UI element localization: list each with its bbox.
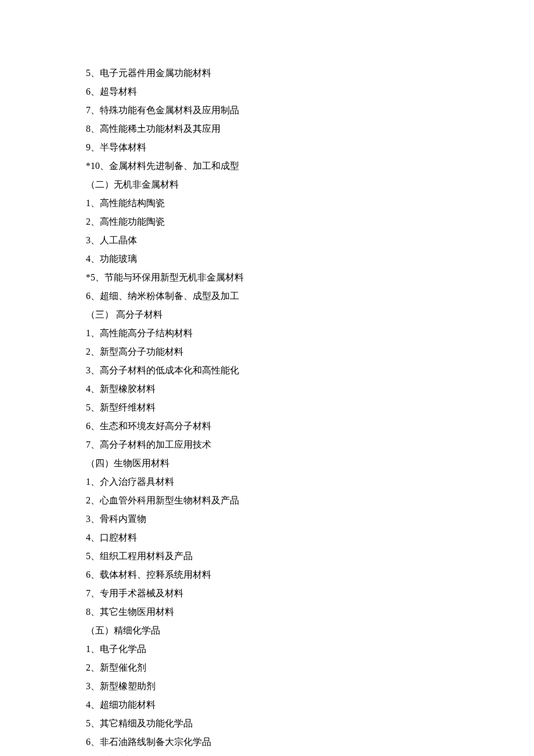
list-item: 5、电子元器件用金属功能材料 <box>86 64 464 82</box>
section-heading: （三） 高分子材料 <box>86 305 464 324</box>
list-item: 3、人工晶体 <box>86 231 464 250</box>
list-item: 4、超细功能材料 <box>86 696 464 714</box>
list-item: 6、超导材料 <box>86 82 464 101</box>
list-item: 2、心血管外科用新型生物材料及产品 <box>86 491 464 510</box>
list-item: 2、新型催化剂 <box>86 658 464 677</box>
list-item: 6、生态和环境友好高分子材料 <box>86 417 464 435</box>
list-item: 8、其它生物医用材料 <box>86 603 464 621</box>
list-item: 6、超细、纳米粉体制备、成型及加工 <box>86 287 464 305</box>
section-heading: （五）精细化学品 <box>86 621 464 640</box>
list-item: 7、特殊功能有色金属材料及应用制品 <box>86 101 464 120</box>
document-body: 5、电子元器件用金属功能材料 6、超导材料 7、特殊功能有色金属材料及应用制品 … <box>0 0 534 756</box>
list-item: 1、高性能高分子结构材料 <box>86 324 464 343</box>
section-heading: （二）无机非金属材料 <box>86 175 464 194</box>
list-item: 5、其它精细及功能化学品 <box>86 714 464 733</box>
list-item: 4、功能玻璃 <box>86 250 464 268</box>
list-item: 2、高性能功能陶瓷 <box>86 213 464 231</box>
section-heading: 四、光机电一体化 <box>86 751 464 756</box>
list-item: 1、电子化学品 <box>86 640 464 658</box>
list-item: 7、高分子材料的加工应用技术 <box>86 435 464 454</box>
list-item: 2、新型高分子功能材料 <box>86 343 464 361</box>
list-item: *5、节能与环保用新型无机非金属材料 <box>86 268 464 287</box>
list-item: 4、新型橡胶材料 <box>86 380 464 398</box>
list-item: 6、载体材料、控释系统用材料 <box>86 566 464 584</box>
list-item: 5、新型纤维材料 <box>86 398 464 417</box>
list-item: 3、高分子材料的低成本化和高性能化 <box>86 361 464 380</box>
list-item: 5、组织工程用材料及产品 <box>86 547 464 566</box>
list-item: 6、非石油路线制备大宗化学品 <box>86 733 464 751</box>
section-heading: （四）生物医用材料 <box>86 454 464 473</box>
list-item: 3、新型橡塑助剂 <box>86 677 464 696</box>
list-item: 1、介入治疗器具材料 <box>86 473 464 491</box>
list-item: *10、金属材料先进制备、加工和成型 <box>86 157 464 175</box>
list-item: 1、高性能结构陶瓷 <box>86 194 464 213</box>
list-item: 8、高性能稀土功能材料及其应用 <box>86 120 464 138</box>
list-item: 9、半导体材料 <box>86 138 464 157</box>
list-item: 7、专用手术器械及材料 <box>86 584 464 603</box>
list-item: 3、骨科内置物 <box>86 510 464 528</box>
list-item: 4、口腔材料 <box>86 528 464 547</box>
